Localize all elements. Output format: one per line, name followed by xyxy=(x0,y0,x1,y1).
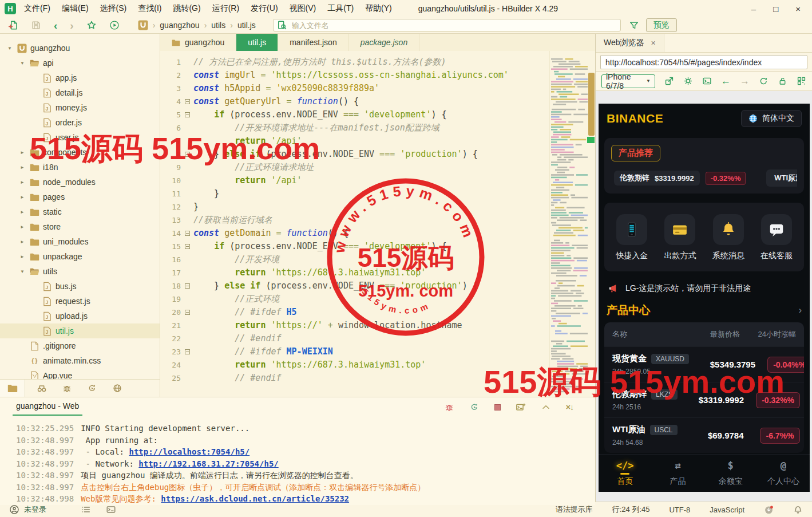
menu-item-工具(T)[interactable]: 工具(T) xyxy=(327,3,354,14)
encoding-label[interactable]: UTF-8 xyxy=(669,506,690,514)
syntax-lib-label[interactable]: 语法提示库 xyxy=(556,504,593,515)
menu-item-帮助(Y)[interactable]: 帮助(Y) xyxy=(365,3,392,14)
feature-在线客服[interactable]: 在线客服 xyxy=(760,214,793,261)
stop-icon[interactable] xyxy=(494,404,501,411)
console-tab[interactable]: guangzhou - Web xyxy=(13,399,82,416)
nav-forward-icon[interactable]: → xyxy=(740,76,750,86)
ticker-item-WTI原油[interactable]: WTI原油 xyxy=(766,169,797,187)
collapse-icon[interactable] xyxy=(541,402,551,412)
open-external-icon[interactable] xyxy=(664,76,674,86)
feature-快捷入金[interactable]: 快捷入金 xyxy=(616,214,648,261)
minimap[interactable] xyxy=(549,51,595,397)
browser-tab-close-icon[interactable]: × xyxy=(651,38,656,48)
qr-code-icon[interactable] xyxy=(797,76,806,86)
url-input[interactable] xyxy=(600,55,807,69)
login-status[interactable]: 未登录 xyxy=(24,504,46,515)
tree-item-pages[interactable]: ►pages xyxy=(0,190,160,204)
nav-item-产品[interactable]: ⇄产品 xyxy=(651,455,704,492)
tree-item-user.js[interactable]: Juser.js xyxy=(0,130,160,145)
filter-icon[interactable] xyxy=(629,20,639,30)
device-select[interactable]: iPhone 6/7/8 ▼ xyxy=(601,74,655,88)
tree-item-bus.js[interactable]: Jbus.js xyxy=(0,279,160,294)
uniapp-project-icon[interactable] xyxy=(138,20,148,30)
fold-marker[interactable] xyxy=(181,306,193,319)
tree-item-static[interactable]: ►static xyxy=(0,204,160,219)
menu-item-跳转(G)[interactable]: 跳转(G) xyxy=(173,3,200,14)
site-logo[interactable]: BINANCE xyxy=(607,112,663,125)
new-terminal-icon[interactable] xyxy=(516,402,526,412)
tree-item-unpackage[interactable]: ►unpackage xyxy=(0,249,160,264)
tree-item-upload.js[interactable]: Jupload.js xyxy=(0,309,160,323)
clear-console-icon[interactable]: ×↓ xyxy=(566,402,573,412)
code-editor[interactable]: 1// 方法已在全局注册,使用方法时 this.$utils.方法名(参数)2c… xyxy=(160,51,549,397)
save-icon[interactable] xyxy=(31,20,41,30)
menu-item-文件(F)[interactable]: 文件(F) xyxy=(24,3,50,14)
nav-item-个人中心[interactable]: @个人中心 xyxy=(757,455,810,492)
debug-tool-icon[interactable] xyxy=(62,383,72,393)
recommend-badge[interactable]: 产品推荐 xyxy=(611,145,660,161)
tree-item-components[interactable]: ►components xyxy=(0,145,160,160)
tree-item-order.js[interactable]: Jorder.js xyxy=(0,115,160,130)
language-button[interactable]: 简体中文 xyxy=(741,110,802,127)
cursor-position[interactable]: 行:24 列:45 xyxy=(612,504,650,515)
tree-item-request.js[interactable]: Jrequest.js xyxy=(0,294,160,309)
network-tool-icon[interactable] xyxy=(112,383,122,393)
ticker-carousel[interactable]: 伦敦期锌$3319.9992-0.32%%WTI原油 xyxy=(611,169,797,187)
ticker-item-伦敦期锌[interactable]: 伦敦期锌$3319.9992 xyxy=(614,171,700,186)
back-icon[interactable]: ‹ xyxy=(54,20,57,31)
search-input[interactable] xyxy=(291,21,617,30)
menu-item-发行(U)[interactable]: 发行(U) xyxy=(251,3,278,14)
fold-marker[interactable] xyxy=(181,95,193,108)
announcement[interactable]: LG-这是演示站，请勿用于非法用途 xyxy=(599,276,810,298)
breadcrumb-item-guangzhou[interactable]: guangzhou xyxy=(160,21,199,30)
browser-tab[interactable]: Web浏览器 × xyxy=(596,34,664,52)
tree-item-App.vue[interactable]: App.vue xyxy=(0,368,160,379)
tree-item-guangzhou[interactable]: ▼guangzhou xyxy=(0,41,160,56)
minimap-scrollbar-thumb[interactable] xyxy=(588,73,595,136)
bell-icon[interactable] xyxy=(793,505,803,515)
outline-icon[interactable] xyxy=(81,504,91,515)
new-file-icon[interactable] xyxy=(8,20,18,30)
menu-item-查找(I)[interactable]: 查找(I) xyxy=(138,3,161,14)
menu-item-编辑(E)[interactable]: 编辑(E) xyxy=(62,3,89,14)
tree-item-uni_modules[interactable]: ►uni_modules xyxy=(0,234,160,249)
forward-icon[interactable]: › xyxy=(70,20,73,31)
fold-marker[interactable] xyxy=(181,345,193,358)
tree-item-api[interactable]: ▼api xyxy=(0,56,160,70)
log-link[interactable]: http://192.168.31.27:7054/h5/ xyxy=(138,459,278,468)
nav-back-icon[interactable]: ← xyxy=(721,76,731,86)
terminal-icon[interactable] xyxy=(106,504,116,515)
feature-系统消息[interactable]: 系统消息 xyxy=(712,214,744,261)
refresh-tool-icon[interactable] xyxy=(87,383,97,393)
tree-item-app.js[interactable]: Japp.js xyxy=(0,70,160,85)
reload-icon[interactable] xyxy=(759,76,769,86)
search-tool-icon[interactable] xyxy=(37,383,47,393)
menu-item-选择(S)[interactable]: 选择(S) xyxy=(100,3,127,14)
language-mode[interactable]: JavaScript xyxy=(710,506,744,514)
chevron-right-icon[interactable]: › xyxy=(799,305,802,315)
fold-marker[interactable] xyxy=(181,148,193,161)
debug-icon[interactable] xyxy=(444,402,454,412)
tree-item-util.js[interactable]: Jutil.js xyxy=(0,323,160,338)
tree-item-detail.js[interactable]: Jdetail.js xyxy=(0,85,160,100)
user-icon[interactable] xyxy=(9,504,19,515)
tree-item-.gitignore[interactable]: .gitignore xyxy=(0,338,160,353)
nav-item-余额宝[interactable]: $余额宝 xyxy=(704,455,757,492)
gear-icon[interactable] xyxy=(683,76,693,86)
fold-marker[interactable] xyxy=(181,279,193,293)
tree-item-money.js[interactable]: Jmoney.js xyxy=(0,100,160,115)
preview-button[interactable]: 预览 xyxy=(646,18,677,32)
nav-item-首页[interactable]: </>首页 xyxy=(599,455,651,492)
tree-item-node_modules[interactable]: ►node_modules xyxy=(0,175,160,190)
devtools-icon[interactable] xyxy=(702,76,712,86)
breadcrumb-item-utils[interactable]: utils xyxy=(211,21,225,30)
editor-tab-package.json[interactable]: package.json xyxy=(349,34,420,51)
tree-item-i18n[interactable]: ►i18n xyxy=(0,160,160,175)
tree-item-utils[interactable]: ▼utils xyxy=(0,264,160,279)
files-tool-tab[interactable] xyxy=(0,380,25,397)
fold-marker[interactable] xyxy=(181,227,193,240)
minimize-button[interactable]: – xyxy=(751,4,756,14)
log-link[interactable]: http://localhost:7054/h5/ xyxy=(129,447,249,456)
close-button[interactable]: × xyxy=(795,4,801,14)
product-row-伦敦期锌[interactable]: 伦敦期锌LKZS24h 2516$3319.9992-0.32%% xyxy=(604,382,804,417)
